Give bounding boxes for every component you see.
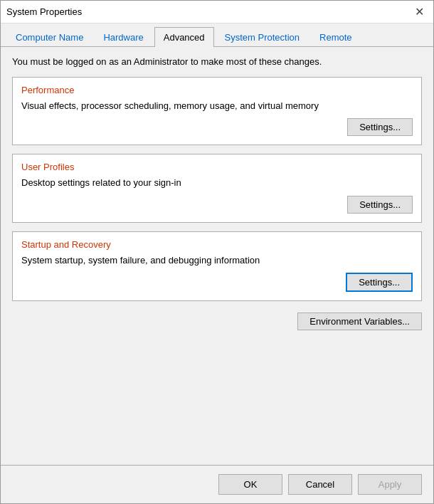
system-properties-window: System Properties ✕ Computer Name Hardwa… <box>0 0 434 504</box>
env-variables-row: Environment Variables... <box>12 313 422 330</box>
title-bar: System Properties ✕ <box>1 1 433 23</box>
tab-computer-name[interactable]: Computer Name <box>6 27 92 47</box>
environment-variables-button[interactable]: Environment Variables... <box>297 313 422 330</box>
startup-recovery-settings-button[interactable]: Settings... <box>346 273 413 292</box>
performance-section: Performance Visual effects, processor sc… <box>12 77 422 145</box>
tab-advanced[interactable]: Advanced <box>154 27 214 47</box>
performance-description: Visual effects, processor scheduling, me… <box>21 100 413 112</box>
tab-bar: Computer Name Hardware Advanced System P… <box>1 23 433 47</box>
startup-recovery-description: System startup, system failure, and debu… <box>21 254 413 267</box>
performance-label: Performance <box>21 85 413 95</box>
content-area: You must be logged on as an Administrato… <box>1 47 433 465</box>
footer: OK Cancel Apply <box>1 465 433 503</box>
performance-button-row: Settings... <box>21 118 413 136</box>
user-profiles-button-row: Settings... <box>21 196 413 214</box>
user-profiles-description: Desktop settings related to your sign-in <box>21 177 413 189</box>
apply-button[interactable]: Apply <box>358 474 422 495</box>
startup-recovery-label: Startup and Recovery <box>21 239 413 250</box>
tab-remote[interactable]: Remote <box>310 27 361 47</box>
user-profiles-label: User Profiles <box>21 162 413 172</box>
user-profiles-settings-button[interactable]: Settings... <box>347 196 413 214</box>
close-button[interactable]: ✕ <box>411 4 428 21</box>
tab-system-protection[interactable]: System Protection <box>216 27 309 47</box>
window-title: System Properties <box>6 6 82 17</box>
ok-button[interactable]: OK <box>218 474 282 495</box>
startup-recovery-section: Startup and Recovery System startup, sys… <box>12 231 422 301</box>
cancel-button[interactable]: Cancel <box>288 474 352 495</box>
startup-recovery-button-row: Settings... <box>21 273 413 292</box>
tab-hardware[interactable]: Hardware <box>94 27 152 47</box>
admin-notice: You must be logged on as an Administrato… <box>12 56 422 68</box>
performance-settings-button[interactable]: Settings... <box>347 118 413 136</box>
user-profiles-section: User Profiles Desktop settings related t… <box>12 154 422 222</box>
